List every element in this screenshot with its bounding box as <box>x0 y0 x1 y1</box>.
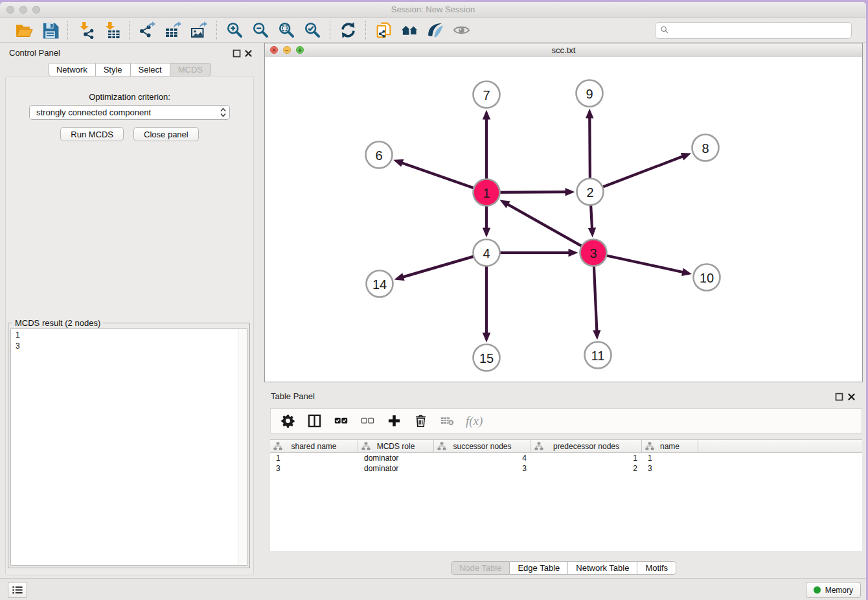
toolbar-group <box>217 21 330 40</box>
table-toolbar: f(x) <box>270 408 862 433</box>
memory-label: Memory <box>825 586 853 595</box>
edge-arrowhead <box>588 227 596 237</box>
graph-node-10[interactable]: 10 <box>694 264 720 291</box>
column-header-MCDS-role[interactable]: MCDS role <box>358 440 434 452</box>
apply-function-icon: f(x) <box>466 413 483 429</box>
close-panel-button[interactable]: Close panel <box>133 127 199 141</box>
app-window: Session: New Session Control Panel Netwo… <box>0 2 866 600</box>
float-panel-icon[interactable] <box>233 49 241 57</box>
column-header-predecessor-nodes[interactable]: predecessor nodes <box>531 440 642 452</box>
tab-edge-table[interactable]: Edge Table <box>510 561 568 575</box>
node-label: 9 <box>586 87 593 101</box>
column-label: name <box>660 442 680 451</box>
toggle-columns-icon[interactable] <box>306 413 322 429</box>
graph-node-14[interactable]: 14 <box>367 271 393 297</box>
graph-edge-4-15[interactable] <box>483 264 490 343</box>
cell-successor-nodes: 3 <box>434 463 531 474</box>
close-table-panel-icon[interactable] <box>847 392 856 400</box>
node-label: 6 <box>375 148 382 163</box>
export-image-icon[interactable] <box>188 21 209 40</box>
network-window-titlebar: ×−+ scc.txt <box>265 43 862 58</box>
show-hide-icon[interactable] <box>451 21 472 40</box>
graph-node-15[interactable]: 15 <box>474 345 500 371</box>
tab-network[interactable]: Network <box>48 63 96 76</box>
cell-shared-name: 3 <box>270 463 358 474</box>
graph-edge-2-9[interactable] <box>586 108 593 180</box>
search-input[interactable] <box>672 25 847 36</box>
export-table-icon[interactable] <box>163 21 183 40</box>
optimization-select[interactable]: strongly connected component <box>29 105 230 120</box>
graph-node-2[interactable]: 2 <box>577 179 604 205</box>
tab-motifs[interactable]: Motifs <box>637 561 676 575</box>
cell-successor-nodes: 4 <box>434 453 531 463</box>
home-neighbors-icon[interactable] <box>399 21 420 40</box>
save-session-icon[interactable] <box>40 21 60 40</box>
run-mcds-button[interactable]: Run MCDS <box>60 127 124 141</box>
mcds-panel: Optimization criterion: strongly connect… <box>5 76 254 575</box>
zoom-in-icon[interactable] <box>224 21 245 40</box>
table-panel-tabs: Node TableEdge TableNetwork TableMotifs <box>264 561 863 575</box>
column-header-shared-name[interactable]: shared name <box>270 440 358 452</box>
graph-node-7[interactable]: 7 <box>474 82 500 108</box>
graph-edge-4-3[interactable] <box>498 249 578 257</box>
delete-selected-icon[interactable] <box>413 413 428 429</box>
memory-button[interactable]: Memory <box>806 582 861 598</box>
cell-name: 1 <box>642 453 698 463</box>
tree-icon <box>361 442 371 450</box>
tab-network-table[interactable]: Network Table <box>568 561 637 575</box>
graph-node-11[interactable]: 11 <box>585 342 611 369</box>
node-label: 15 <box>479 351 494 365</box>
column-header-name[interactable]: name <box>642 440 698 452</box>
graph-edge-1-7[interactable] <box>483 110 490 181</box>
task-history-button[interactable] <box>8 582 27 598</box>
open-session-icon[interactable] <box>14 21 34 40</box>
graph-node-8[interactable]: 8 <box>692 135 719 161</box>
tab-style[interactable]: Style <box>96 63 131 76</box>
graph-node-1[interactable]: 1 <box>474 179 500 206</box>
column-header-successor-nodes[interactable]: successor nodes <box>434 440 531 452</box>
table-row[interactable]: 3dominator323 <box>270 463 862 474</box>
deselect-all-icon[interactable] <box>360 413 375 429</box>
zoom-fit-icon[interactable] <box>276 21 297 40</box>
export-network-icon[interactable] <box>137 21 157 40</box>
toolbar-group <box>366 21 479 40</box>
control-panel: Control Panel NetworkStyleSelectMCDS Opt… <box>0 43 259 578</box>
graph-edge-2-8[interactable] <box>600 153 691 188</box>
float-table-panel-icon[interactable] <box>835 392 843 400</box>
graph-edge-1-4[interactable] <box>483 204 490 238</box>
import-network-icon[interactable] <box>75 21 96 40</box>
settings-gear-icon[interactable] <box>280 413 295 429</box>
edge-arrowhead <box>681 268 692 276</box>
tree-icon <box>645 442 654 450</box>
graph-node-3[interactable]: 3 <box>580 240 607 266</box>
result-scrollbar[interactable] <box>238 329 247 565</box>
import-table-icon[interactable] <box>101 21 122 40</box>
graph-edge-1-2[interactable] <box>497 188 575 196</box>
tab-node-table[interactable]: Node Table <box>451 561 510 575</box>
apply-layout-icon[interactable] <box>337 21 358 40</box>
graph-edge-4-14[interactable] <box>394 256 476 281</box>
graph-edge-3-1[interactable] <box>499 200 583 248</box>
main-toolbar <box>0 18 866 43</box>
style-preview-icon[interactable] <box>425 21 446 40</box>
table-row[interactable]: 1dominator411 <box>270 453 862 463</box>
add-column-icon[interactable] <box>386 413 402 429</box>
select-all-icon[interactable] <box>333 413 348 429</box>
network-graph: 7968124314101511 <box>265 57 862 382</box>
graph-node-9[interactable]: 9 <box>577 80 603 107</box>
graph-node-4[interactable]: 4 <box>474 240 500 266</box>
graph-edge-3-11[interactable] <box>593 264 600 340</box>
zoom-selected-icon[interactable] <box>302 21 323 40</box>
tab-select[interactable]: Select <box>131 63 170 76</box>
network-canvas[interactable]: 7968124314101511 <box>265 57 862 382</box>
control-panel-tabs: NetworkStyleSelectMCDS <box>0 63 259 76</box>
close-panel-icon[interactable] <box>244 49 253 57</box>
zoom-out-icon[interactable] <box>250 21 271 40</box>
graph-edge-1-6[interactable] <box>393 159 475 189</box>
graph-node-6[interactable]: 6 <box>366 142 393 168</box>
tab-mcds[interactable]: MCDS <box>170 63 211 76</box>
graph-edge-3-10[interactable] <box>604 255 692 276</box>
graph-edge-2-3[interactable] <box>588 203 596 237</box>
duplicate-network-icon[interactable] <box>373 21 394 40</box>
toolbar-icon-groups <box>6 21 479 40</box>
